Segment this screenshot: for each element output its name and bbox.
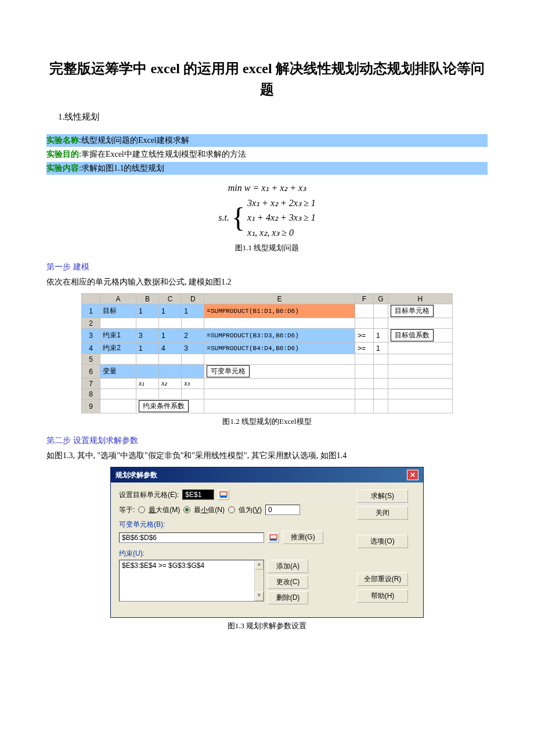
svg-rect-2 [270, 535, 277, 539]
changing-cells-input[interactable]: $B$6:$D$6 [119, 532, 264, 543]
delete-button[interactable]: 删除(D) [268, 591, 308, 604]
radio-min[interactable] [183, 506, 190, 513]
radio-value-label: 值为(V) [239, 505, 262, 515]
col-D: D [182, 294, 204, 304]
exp-name-label: 实验名称 [46, 136, 79, 145]
experiment-name-row: 实验名称:线型规划问题的Excel建模求解 [46, 134, 488, 147]
solve-button[interactable]: 求解(S) [357, 489, 408, 503]
guess-button[interactable]: 推测(G) [283, 531, 323, 544]
svg-rect-3 [270, 539, 277, 541]
constraint-item[interactable]: $E$3:$E$4 >= $G$3:$G$4 [122, 561, 204, 570]
add-button[interactable]: 添加(A) [268, 560, 308, 573]
ref-edit-icon[interactable] [268, 532, 279, 543]
figure-2-caption: 图1.2 线型规划的Excel模型 [46, 416, 488, 427]
col-B: B [136, 294, 158, 304]
step-1-title: 第一步 建模 [46, 262, 488, 272]
math-objective: min w = x₁ + x₂ + x₃ [46, 181, 488, 196]
table-row: 4 约束2 1 4 3 =SUMPRODUCT(B4:D4,B6:D6) >= … [82, 343, 453, 354]
options-button[interactable]: 选项(O) [357, 535, 408, 548]
target-cell-label: 设置目标单元格(E): [119, 490, 179, 500]
table-row: 3 约束1 3 1 2 =SUMPRODUCT(B3:D3,B6:D6) >= … [82, 329, 453, 343]
col-H: H [388, 294, 452, 304]
table-row: 7 x₁ x₂ x₃ [82, 379, 453, 389]
change-button[interactable]: 更改(C) [268, 575, 308, 589]
excel-table: A B C D E F G H 1 目标 1 1 1 =SUMPRODUCT(B… [81, 293, 453, 413]
radio-value[interactable] [228, 506, 235, 513]
scroll-up-icon[interactable]: ▲ [255, 560, 264, 570]
figure-3-caption: 图1.3 规划求解参数设置 [46, 621, 488, 631]
table-row: 1 目标 1 1 1 =SUMPRODUCT(B1:D1,B6:D6) 目标单元… [82, 304, 453, 318]
exp-content-label: 实验内容 [46, 164, 79, 172]
col-F: F [355, 294, 373, 304]
math-c2: x₁ + 4x₂ + 3x₃ ≥ 1 [247, 210, 316, 225]
help-button[interactable]: 帮助(H) [357, 589, 408, 603]
table-row: 6 变量 可变单元格 [82, 365, 453, 379]
callout-target-cell: 目标单元格 [391, 305, 434, 317]
reset-button[interactable]: 全部重设(R) [357, 573, 408, 586]
step-1-text: 依次在相应的单元格内输入数据和公式, 建模如图1.2 [46, 277, 488, 287]
svg-rect-1 [220, 496, 227, 498]
close-icon[interactable]: ✕ [407, 470, 418, 480]
excel-screenshot: A B C D E F G H 1 目标 1 1 1 =SUMPRODUCT(B… [81, 293, 453, 413]
col-G: G [374, 294, 388, 304]
exp-name-text: :线型规划问题的Excel建模求解 [79, 136, 189, 145]
experiment-content-row: 实验内容:求解如图1.1的线型规划 [46, 162, 488, 175]
solver-dialog: 规划求解参数 ✕ 设置目标单元格(E): $E$1 等于: 最大值(M) 最小值… [110, 467, 424, 618]
svg-rect-0 [220, 492, 227, 496]
experiment-goal-row: 实验目的:掌握在Excel中建立线性规划模型和求解的方法 [46, 148, 488, 161]
page-title: 完整版运筹学中 excel 的运用用 excel 解决线性规划动态规划排队论等问… [46, 58, 488, 100]
col-E: E [204, 294, 355, 304]
constraints-list[interactable]: $E$3:$E$4 >= $G$3:$G$4 ▲ ▼ [119, 560, 264, 602]
math-c3: x₁, x₂, x₃ ≥ 0 [247, 225, 316, 240]
math-formula: min w = x₁ + x₂ + x₃ s.t. { 3x₁ + x₂ + 2… [46, 181, 488, 240]
scrollbar[interactable]: ▲ ▼ [254, 560, 264, 601]
table-row: 2 [82, 318, 453, 329]
callout-changing-cells: 可变单元格 [207, 365, 250, 377]
table-row: 8 [82, 389, 453, 399]
exp-content-text: :求解如图1.1的线型规划 [79, 164, 164, 172]
math-st: s.t. [218, 210, 229, 225]
target-cell-input[interactable]: $E$1 [182, 489, 214, 500]
constraints-label: 约束(U): [119, 549, 350, 559]
figure-1-caption: 图1.1 线型规划问题 [46, 243, 488, 253]
exp-goal-label: 实验目的 [46, 150, 79, 159]
exp-goal-text: :掌握在Excel中建立线性规划模型和求解的方法 [79, 150, 246, 159]
callout-coef: 目标值系数 [391, 329, 434, 341]
section-heading: 1.线性规划 [58, 111, 488, 123]
dialog-titlebar: 规划求解参数 ✕ [111, 467, 423, 483]
table-row: 9 约束条件系数 [82, 399, 453, 413]
math-c1: 3x₁ + x₂ + 2x₃ ≥ 1 [247, 196, 316, 211]
col-C: C [159, 294, 182, 304]
ref-edit-icon[interactable] [218, 489, 229, 500]
excel-header-row: A B C D E F G H [82, 294, 453, 304]
step-2-title: 第二步 设置规划求解参数 [46, 435, 488, 446]
radio-min-label: 最小值(N) [194, 505, 225, 515]
value-input[interactable]: 0 [265, 505, 300, 515]
col-A: A [100, 294, 136, 304]
close-button[interactable]: 关闭 [357, 506, 408, 520]
dialog-title-text: 规划求解参数 [116, 470, 157, 480]
changing-cells-label: 可变单元格(B): [119, 520, 350, 530]
radio-max[interactable] [138, 506, 145, 513]
radio-max-label: 最大值(M) [149, 505, 180, 515]
step-2-text: 如图1.3, 其中, "选项"中选取"假定非负"和"采用线性模型", 其它采用默… [46, 451, 488, 461]
scroll-down-icon[interactable]: ▼ [255, 592, 264, 601]
equal-to-label: 等于: [119, 505, 135, 515]
callout-constraint-coef: 约束条件系数 [139, 400, 189, 412]
table-row: 5 [82, 354, 453, 365]
